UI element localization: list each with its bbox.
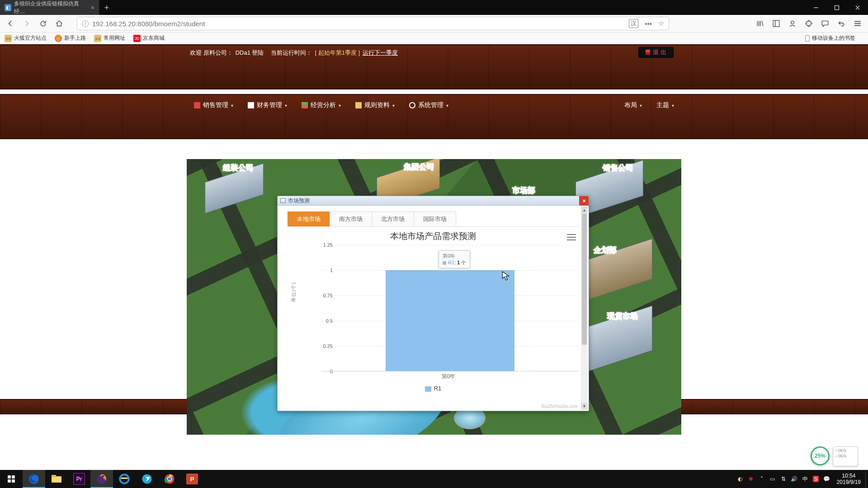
page-content: 欢迎 原料公司： DDa1 登陆 当前运行时间： [ 起始年第1季度 ] 运行下… (0, 44, 868, 488)
svg-point-14 (167, 477, 172, 481)
url-bar[interactable]: i 192.168.25.20:8080/bmoem2/student 汉 ••… (77, 17, 669, 30)
y-axis-label: 单位(个) (290, 282, 297, 302)
chevron-down-icon: ▾ (231, 103, 233, 108)
bookmark-item[interactable]: ▭常用网址 (94, 34, 125, 42)
tray-icon[interactable]: ✾ (745, 476, 756, 482)
maximize-button[interactable] (826, 0, 847, 15)
label-spotmarket[interactable]: 现货市场 (607, 311, 638, 321)
gear-icon (409, 102, 415, 108)
chart-credit: RuiZhiYouDo.com (542, 404, 578, 409)
taskbar-firefox-icon[interactable] (90, 470, 113, 488)
reader-mode-icon[interactable]: 汉 (629, 19, 638, 28)
browser-tab[interactable]: ◧ 多组织企业供应链模拟仿真经… × (0, 0, 99, 15)
tab-title: 多组织企业供应链模拟仿真经… (14, 0, 86, 15)
site-info-icon[interactable]: i (82, 20, 89, 27)
extension-icon[interactable] (802, 17, 816, 30)
bookmarks-bar: ▭火狐官方站点 新手上路 ▭常用网址 JD京东商城 移动设备上的书签 (0, 33, 868, 44)
modal-titlebar[interactable]: 市场预测 (278, 196, 589, 206)
taskbar-powerpoint-icon[interactable]: P (181, 470, 203, 488)
main-menu: 销售管理▾ 财务管理▾ 经营分析▾ 规则资料▾ 系统管理▾ 布局▾ 主题▾ (187, 99, 681, 112)
svg-rect-4 (12, 475, 15, 479)
svg-point-2 (791, 21, 794, 24)
net-speed-box[interactable]: ↑ 0K/s ↓ 0K/s (833, 446, 858, 466)
sales-icon (194, 102, 200, 108)
account-icon[interactable] (786, 17, 799, 30)
menu-rules[interactable]: 规则资料▾ (348, 99, 402, 112)
chart-plot[interactable]: 单位(个) 1.25 1 0.75 0.5 0.25 0 第0年 (307, 245, 579, 380)
menu-theme[interactable]: 主题▾ (649, 101, 681, 109)
tray-icon[interactable]: ◐ (735, 476, 745, 482)
tab-south-market[interactable]: 南方市场 (330, 211, 372, 226)
tab-close-icon[interactable]: × (91, 4, 94, 11)
tray-sogou-icon[interactable]: S (811, 476, 821, 482)
bookmark-star-icon[interactable]: ☆ (658, 19, 664, 28)
new-tab-button[interactable]: + (99, 0, 114, 15)
firefox-icon (55, 35, 62, 42)
system-tray: ◐ ✾ ˄ ▭ ⇅ 🔊 中 S 💬 10:54 2019/9/19 (735, 470, 868, 488)
tab-intl-market[interactable]: 国际市场 (414, 211, 456, 226)
tray-up-icon[interactable]: ˄ (756, 476, 767, 482)
tray-notification-icon[interactable]: 💬 (821, 476, 832, 482)
x-tick-label: 第0年 (442, 373, 456, 380)
taskbar-premiere-icon[interactable]: Pr (68, 470, 90, 488)
bookmark-item[interactable]: JD京东商城 (133, 34, 165, 42)
tray-volume-icon[interactable]: 🔊 (789, 476, 800, 482)
menu-analysis[interactable]: 经营分析▾ (294, 99, 348, 112)
menu-finance[interactable]: 财务管理▾ (241, 99, 294, 112)
label-assembly[interactable]: 组装公司 (223, 163, 254, 173)
menu-system[interactable]: 系统管理▾ (402, 99, 456, 112)
app-menu-icon[interactable] (851, 17, 864, 30)
run-next-quarter-link[interactable]: 运行下一季度 (363, 49, 398, 57)
windows-taskbar: Pr P ◐ ✾ ˄ ▭ ⇅ 🔊 中 S 💬 10:54 2019/9/19 (0, 470, 868, 488)
window-icon (280, 198, 286, 203)
taskbar-ie-icon[interactable] (113, 470, 136, 488)
undo-icon[interactable] (835, 17, 848, 30)
page-action-icon[interactable]: ••• (645, 20, 652, 28)
chevron-down-icon: ▾ (640, 103, 642, 108)
tray-battery-icon[interactable]: ▭ (767, 476, 778, 482)
chart-legend[interactable]: R1 (288, 385, 579, 392)
minimize-button[interactable] (806, 0, 826, 15)
window-controls (806, 0, 868, 15)
menu-layout[interactable]: 布局▾ (617, 101, 649, 109)
label-sales[interactable]: 销售公司 (603, 163, 633, 173)
bookmark-item[interactable]: ▭火狐官方站点 (5, 34, 47, 42)
reload-button[interactable] (36, 17, 50, 30)
taskbar-chrome-icon[interactable] (158, 470, 181, 488)
back-button[interactable] (4, 17, 17, 30)
phone-icon (805, 35, 810, 42)
label-plandept[interactable]: 企划部 (594, 245, 617, 255)
sidebar-icon[interactable] (769, 17, 783, 30)
tray-network-icon[interactable]: ⇅ (778, 476, 789, 482)
close-button[interactable] (847, 0, 868, 15)
show-desktop-button[interactable] (865, 470, 868, 488)
bookmark-item[interactable]: 新手上路 (55, 34, 86, 42)
bar-r1-year0[interactable] (386, 270, 514, 371)
forward-button[interactable] (20, 17, 33, 30)
taskbar-app-icon[interactable] (136, 470, 158, 488)
taskbar-explorer-icon[interactable] (45, 470, 68, 488)
tab-local-market[interactable]: 本地市场 (288, 211, 330, 226)
exit-button[interactable]: 退 出 (638, 47, 674, 58)
legend-swatch-icon (443, 261, 446, 265)
rules-icon (355, 102, 362, 108)
menu-sales[interactable]: 销售管理▾ (187, 99, 241, 112)
library-icon[interactable] (753, 17, 767, 30)
performance-gauge[interactable]: 25% (811, 446, 830, 465)
chart-menu-icon[interactable] (567, 233, 576, 241)
chat-icon[interactable] (818, 17, 832, 30)
start-button[interactable] (0, 470, 23, 488)
tray-ime-icon[interactable]: 中 (800, 475, 811, 483)
label-group[interactable]: 集团公司 (404, 162, 434, 172)
home-button[interactable] (52, 17, 66, 30)
label-marketdept[interactable]: 市场部 (512, 185, 535, 196)
nav-toolbar: i 192.168.25.20:8080/bmoem2/student 汉 ••… (0, 15, 868, 33)
folder-icon: ▭ (94, 35, 101, 42)
chart-title: 本地市场产品需求预测 (288, 230, 579, 242)
taskbar-edge-icon[interactable] (23, 470, 45, 488)
tab-north-market[interactable]: 北方市场 (372, 211, 414, 226)
mobile-bookmarks[interactable]: 移动设备上的书签 (805, 34, 855, 42)
taskbar-clock[interactable]: 10:54 2019/9/19 (832, 473, 865, 486)
svg-rect-1 (773, 20, 779, 27)
modal-close-button[interactable]: × (579, 196, 589, 206)
